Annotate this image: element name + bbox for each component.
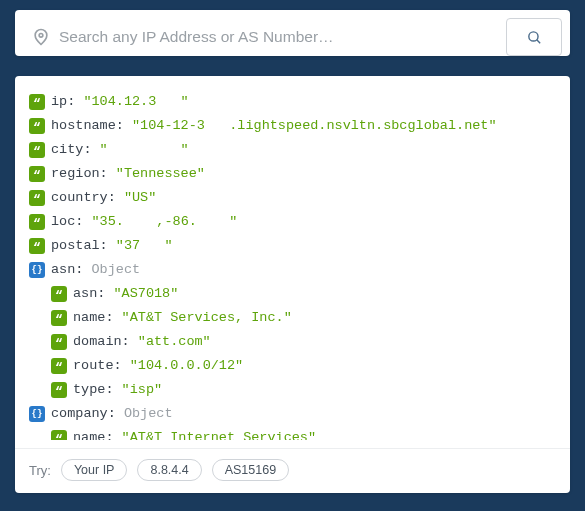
json-row-asn-name: name: "AT&T Services, Inc." [29,306,556,330]
string-type-icon [29,190,45,206]
json-key: hostname [51,114,116,138]
json-row-country: country: "US" [29,186,556,210]
string-type-icon [51,430,67,440]
json-value: "US" [124,186,156,210]
json-key: domain [73,330,122,354]
json-key: route [73,354,114,378]
json-value: "104.0.0.0/12" [130,354,243,378]
json-object-label: Object [92,258,141,282]
json-key: country [51,186,108,210]
json-row-asn-route: route: "104.0.0.0/12" [29,354,556,378]
json-value: "37 " [116,234,173,258]
search-input[interactable] [59,28,494,46]
json-value: "AT&T Internet Services" [122,426,316,440]
json-row-loc: loc: "35. ,-86. " [29,210,556,234]
json-key: type [73,378,105,402]
search-icon [526,29,543,46]
json-key: city [51,138,83,162]
string-type-icon [51,286,67,302]
json-key: asn [51,258,75,282]
json-row-city: city: " " [29,138,556,162]
json-row-hostname: hostname: "104-12-3 .lightspeed.nsvltn.s… [29,114,556,138]
json-key: name [73,306,105,330]
json-row-company-name: name: "AT&T Internet Services" [29,426,556,440]
json-value: "104-12-3 .lightspeed.nsvltn.sbcglobal.n… [132,114,497,138]
object-type-icon [29,262,45,278]
string-type-icon [51,358,67,374]
result-panel: ip: "104.12.3 " hostname: "104-12-3 .lig… [15,76,570,493]
json-key: region [51,162,100,186]
json-key: loc [51,210,75,234]
string-type-icon [51,310,67,326]
json-key: name [73,426,105,440]
try-label: Try: [29,463,51,478]
json-key: company [51,402,108,426]
try-bar: Try: Your IP 8.8.4.4 AS15169 [15,448,570,493]
json-row-asn[interactable]: asn: Object [29,258,556,282]
svg-point-1 [528,31,537,40]
svg-line-2 [536,39,539,42]
json-row-asn-domain: domain: "att.com" [29,330,556,354]
try-chip-8844[interactable]: 8.8.4.4 [137,459,201,481]
json-value: "isp" [122,378,163,402]
string-type-icon [29,118,45,134]
try-chip-as15169[interactable]: AS15169 [212,459,289,481]
string-type-icon [29,94,45,110]
json-row-ip: ip: "104.12.3 " [29,90,556,114]
search-panel [15,10,570,56]
json-row-company[interactable]: company: Object [29,402,556,426]
json-value: "35. ,-86. " [92,210,238,234]
json-value: " " [100,138,189,162]
json-value: "AT&T Services, Inc." [122,306,292,330]
string-type-icon [51,382,67,398]
string-type-icon [29,214,45,230]
search-wrap [23,19,498,55]
json-row-postal: postal: "37 " [29,234,556,258]
object-type-icon [29,406,45,422]
json-row-asn-asn: asn: "AS7018" [29,282,556,306]
string-type-icon [29,142,45,158]
json-value: "AS7018" [114,282,179,306]
string-type-icon [51,334,67,350]
json-row-region: region: "Tennessee" [29,162,556,186]
json-value: "104.12.3 " [83,90,188,114]
json-object-label: Object [124,402,173,426]
json-row-asn-type: type: "isp" [29,378,556,402]
search-button[interactable] [506,18,562,56]
location-pin-icon [31,27,51,47]
json-key: asn [73,282,97,306]
string-type-icon [29,166,45,182]
json-view: ip: "104.12.3 " hostname: "104-12-3 .lig… [29,90,556,440]
try-chip-your-ip[interactable]: Your IP [61,459,128,481]
json-key: ip [51,90,67,114]
json-key: postal [51,234,100,258]
svg-point-0 [39,34,43,38]
json-value: "att.com" [138,330,211,354]
json-value: "Tennessee" [116,162,205,186]
string-type-icon [29,238,45,254]
search-row [23,18,562,56]
